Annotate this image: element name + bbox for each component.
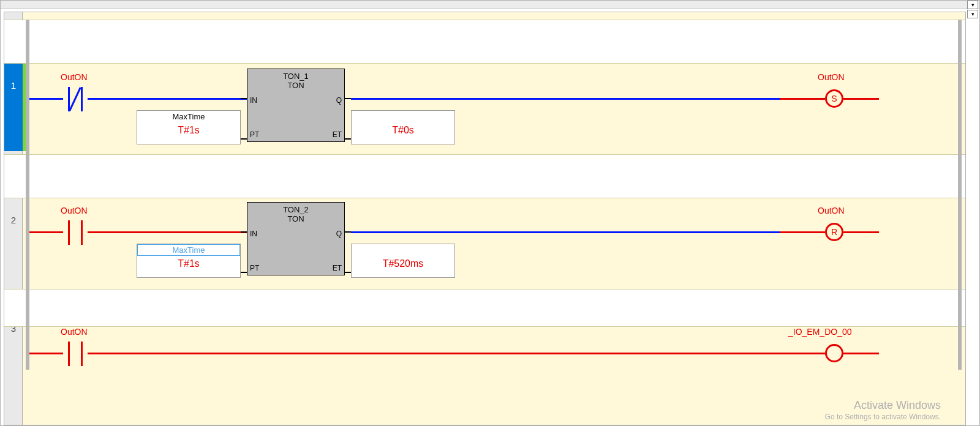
r1-pin-tick-q	[345, 98, 351, 99]
r2-block-type: TON	[247, 214, 344, 223]
r3-contact-no[interactable]	[63, 342, 88, 366]
top-toolbar	[1, 1, 979, 9]
r1-block-type: TON	[247, 81, 344, 90]
r1-et-box: T#0s	[351, 110, 455, 144]
r3-wire-2	[88, 353, 825, 354]
r2-ton-block[interactable]: TON_2 TON IN Q PT ET	[247, 202, 345, 275]
r1-pt-param[interactable]: MaxTime T#1s	[137, 110, 241, 144]
r2-wire-coil-post	[843, 231, 879, 233]
r2-coil[interactable]: R	[825, 223, 843, 241]
r2-et-value: T#520ms	[352, 258, 454, 269]
windows-activation-watermark: Activate Windows Go to Settings to activ…	[825, 399, 941, 421]
r2-wire-1	[29, 231, 63, 233]
r1-et-value: T#0s	[352, 125, 454, 136]
r2-et-box: T#520ms	[351, 244, 455, 278]
r1-wire-coil-pre	[780, 98, 825, 100]
rung-2-header	[4, 154, 965, 198]
splitter-button-up[interactable]: ▾	[967, 1, 978, 9]
pin-in: IN	[250, 230, 257, 238]
r2-wire-q	[351, 231, 780, 233]
r2-contact-label: OutON	[61, 206, 88, 215]
r1-block-name: TON_1	[247, 72, 344, 81]
r1-wire-q	[351, 98, 780, 100]
r2-block-name: TON_2	[247, 205, 344, 214]
r2-wire-coil-pre	[780, 231, 825, 233]
right-power-rail	[958, 20, 962, 370]
r1-ton-block[interactable]: TON_1 TON IN Q PT ET	[247, 69, 345, 142]
r2-pin-tick-q	[345, 231, 351, 233]
r1-wire-coil-post	[843, 98, 879, 100]
left-power-rail	[26, 20, 29, 370]
pin-pt: PT	[250, 264, 259, 272]
r2-contact-no[interactable]	[63, 220, 88, 245]
r1-wire-1	[29, 98, 63, 100]
ladder-editor: ▾ ▾ 1 2 3 OutON TON_1 TON IN Q	[0, 0, 980, 426]
rung-3-header	[4, 289, 965, 327]
r2-pt-param[interactable]: MaxTime T#1s	[137, 244, 241, 278]
splitter-button-down[interactable]: ▾	[967, 10, 978, 18]
r3-coil[interactable]	[825, 344, 843, 362]
r2-pin-tick-et	[345, 272, 351, 273]
r1-contact-label: OutON	[61, 72, 88, 82]
r1-contact-nc[interactable]	[63, 87, 88, 111]
r1-coil-label: OutON	[818, 72, 845, 82]
r2-pt-value: T#1s	[137, 258, 240, 269]
pin-in: IN	[250, 96, 257, 105]
r1-pin-tick-in	[241, 98, 247, 99]
r2-pin-tick-pt	[241, 272, 247, 273]
pin-pt: PT	[250, 130, 259, 139]
r3-wire-coil-post	[843, 353, 879, 354]
r3-coil-label: _IO_EM_DO_00	[788, 327, 852, 337]
rung-1-header	[4, 20, 965, 64]
r1-pt-label: MaxTime	[137, 111, 240, 121]
pin-et: ET	[333, 264, 342, 272]
r2-pt-label: MaxTime	[173, 245, 205, 255]
r3-wire-1	[29, 353, 63, 354]
pin-q: Q	[336, 230, 342, 238]
r2-pin-tick-in	[241, 231, 247, 233]
r1-pin-tick-et	[345, 138, 351, 140]
r1-pt-value: T#1s	[137, 125, 240, 136]
r3-contact-label: OutON	[61, 327, 88, 337]
rung-number-gutter: 1 2 3	[4, 12, 23, 425]
r1-wire-2	[88, 98, 247, 100]
ladder-canvas[interactable]: 1 2 3 OutON TON_1 TON IN Q PT ET	[4, 12, 966, 425]
r1-pin-tick-pt	[241, 138, 247, 140]
pin-et: ET	[333, 130, 342, 139]
r2-wire-2	[88, 231, 247, 233]
r1-coil[interactable]: S	[825, 89, 843, 108]
r2-coil-label: OutON	[818, 206, 845, 215]
pin-q: Q	[336, 96, 342, 105]
